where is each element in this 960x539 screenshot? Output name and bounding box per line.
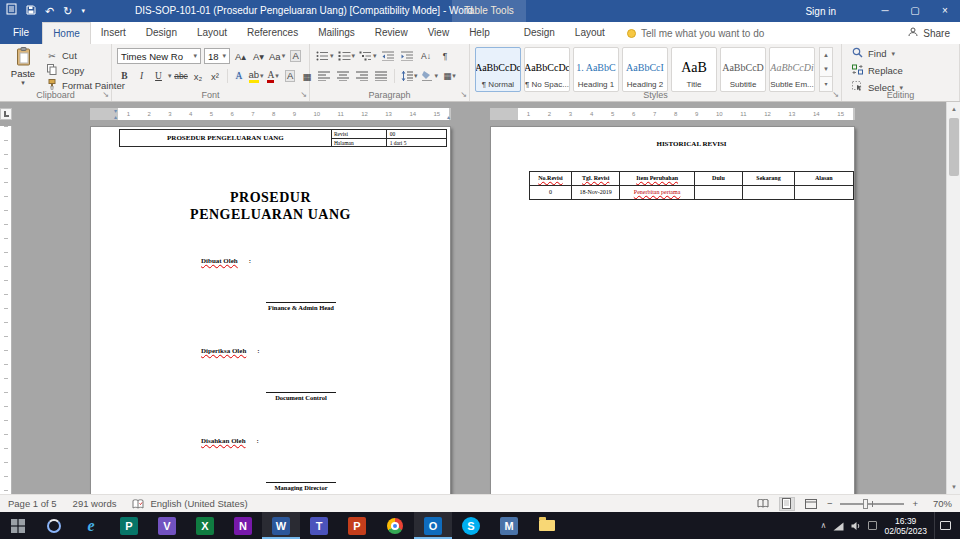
highlight-color-button[interactable]: ab▾ [249, 68, 264, 84]
taskbar-word[interactable]: W [262, 512, 300, 539]
taskbar-onenote[interactable]: N [224, 512, 262, 539]
paragraph-dialog-launcher[interactable]: ↘ [460, 90, 467, 100]
save-icon[interactable] [26, 0, 36, 22]
taskbar-excel[interactable]: X [186, 512, 224, 539]
volume-icon[interactable] [851, 517, 861, 535]
word-count[interactable]: 291 words [73, 498, 117, 509]
start-button[interactable] [0, 512, 36, 539]
multilevel-list-button[interactable]: ▾ [359, 48, 377, 64]
scrollbar-thumb[interactable] [949, 118, 959, 176]
scroll-down-icon[interactable]: ▼ [947, 480, 960, 494]
character-shading-button[interactable]: A [283, 68, 298, 84]
shading-button[interactable]: ▾ [422, 68, 439, 84]
shrink-font-button[interactable]: A▾ [251, 48, 266, 64]
align-center-button[interactable] [335, 68, 350, 84]
share-button[interactable]: Share [908, 22, 950, 44]
clear-formatting-button[interactable]: A [288, 48, 303, 64]
word-logo-icon[interactable] [6, 0, 17, 22]
zoom-slider[interactable] [840, 499, 904, 509]
horizontal-ruler-page2[interactable]: 123456789101112131415 [490, 108, 855, 120]
taskbar-teams[interactable]: T [300, 512, 338, 539]
tray-app-icon[interactable] [868, 521, 877, 530]
justify-button[interactable] [373, 68, 388, 84]
tab-insert[interactable]: Insert [91, 22, 136, 44]
cortana-search-button[interactable] [36, 512, 72, 539]
tab-table-layout[interactable]: Layout [565, 22, 615, 44]
grow-font-button[interactable]: A▴ [233, 48, 248, 64]
font-color-button[interactable]: A▾ [266, 68, 281, 84]
subscript-button[interactable]: x₂ [191, 68, 206, 84]
underline-button[interactable]: U [151, 68, 166, 84]
zoom-in-button[interactable]: + [912, 498, 918, 509]
close-button[interactable]: × [930, 0, 960, 22]
font-dialog-launcher[interactable]: ↘ [300, 90, 307, 100]
sign-in-button[interactable]: Sign in [805, 6, 836, 17]
tab-file[interactable]: File [0, 22, 42, 44]
document-page-2[interactable]: HISTORICAL REVISI No.RevisiTgl. RevisiIt… [490, 126, 855, 494]
text-effects-button[interactable]: A [232, 68, 247, 84]
style-title[interactable]: AaB Title [671, 47, 717, 92]
align-right-button[interactable] [354, 68, 369, 84]
taskbar-file-explorer[interactable] [528, 512, 566, 539]
taskbar-skype[interactable]: S [452, 512, 490, 539]
style-subtle-emphasis[interactable]: AaBbCcDi Subtle Em... [769, 47, 815, 92]
bold-button[interactable]: B [117, 68, 132, 84]
increase-indent-button[interactable] [400, 48, 415, 64]
styles-dialog-launcher[interactable]: ↘ [832, 90, 839, 100]
taskbar-mail[interactable]: M [490, 512, 528, 539]
change-case-button[interactable]: Aa▾ [269, 48, 285, 64]
web-layout-icon[interactable] [803, 497, 819, 511]
tab-layout[interactable]: Layout [187, 22, 237, 44]
network-icon[interactable] [833, 517, 844, 535]
taskbar-publisher[interactable]: P [110, 512, 148, 539]
align-left-button[interactable] [316, 68, 331, 84]
page-indicator[interactable]: Page 1 of 5 [8, 498, 57, 509]
right-indent-marker[interactable]: ▴ [447, 114, 450, 120]
font-family-combobox[interactable]: Times New Ro ▾ [117, 48, 201, 64]
styles-scroll-down-icon[interactable]: ▼ [820, 62, 832, 76]
line-spacing-button[interactable]: ▾ [401, 68, 418, 84]
replace-button[interactable]: Replace [852, 63, 959, 78]
maximize-button[interactable]: ▢ [900, 0, 930, 22]
style-heading-2[interactable]: AaBbCcI Heading 2 [622, 47, 668, 92]
tab-review[interactable]: Review [365, 22, 418, 44]
show-hide-pilcrow-button[interactable]: ¶ [438, 48, 453, 64]
style-heading-1[interactable]: 1. AaBbC Heading 1 [573, 47, 619, 92]
superscript-button[interactable]: x² [208, 68, 223, 84]
sort-button[interactable]: A↓ [419, 48, 434, 64]
proofing-status-icon[interactable] [132, 499, 144, 509]
font-size-combobox[interactable]: 18 ▾ [204, 48, 230, 64]
style-no-spacing[interactable]: AaBbCcDc ¶ No Spac... [524, 47, 570, 92]
tell-me-box[interactable]: Tell me what you want to do [627, 22, 764, 44]
borders-button[interactable]: ▦▾ [442, 68, 457, 84]
taskbar-edge[interactable]: e [72, 512, 110, 539]
tab-stop-selector[interactable] [0, 108, 12, 120]
italic-button[interactable]: I [134, 68, 149, 84]
underline-caret-icon[interactable]: ▾ [168, 72, 172, 80]
left-indent-marker[interactable]: ▴ [114, 114, 117, 120]
tab-mailings[interactable]: Mailings [308, 22, 365, 44]
decrease-indent-button[interactable] [381, 48, 396, 64]
clipboard-dialog-launcher[interactable]: ↘ [102, 90, 109, 100]
tab-view[interactable]: View [418, 22, 460, 44]
styles-scroll-up-icon[interactable]: ▲ [820, 48, 832, 62]
qat-customize-icon[interactable]: ▾ [81, 0, 85, 22]
taskbar-media-app[interactable]: V [148, 512, 186, 539]
vertical-ruler[interactable] [0, 126, 12, 494]
taskbar-powerpoint[interactable]: P [338, 512, 376, 539]
zoom-thumb[interactable] [863, 499, 868, 509]
zoom-out-button[interactable]: − [827, 498, 833, 509]
tray-expand-icon[interactable]: ∧ [821, 521, 827, 530]
taskbar-chrome[interactable] [376, 512, 414, 539]
tab-help[interactable]: Help [459, 22, 500, 44]
undo-icon[interactable]: ↶ [45, 0, 54, 22]
vertical-scrollbar[interactable]: ▲ ▼ [946, 102, 960, 494]
strikethrough-button[interactable]: abc [174, 68, 189, 84]
tab-design[interactable]: Design [136, 22, 187, 44]
numbering-button[interactable]: ▾ [338, 48, 356, 64]
minimize-button[interactable]: ─ [870, 0, 900, 22]
bullets-button[interactable]: ▾ [316, 48, 334, 64]
zoom-level[interactable]: 70% [926, 498, 952, 509]
horizontal-ruler-page1[interactable]: 123456789101112131415 ▾ ▴ ▴ [90, 108, 451, 120]
scroll-up-icon[interactable]: ▲ [947, 102, 960, 116]
